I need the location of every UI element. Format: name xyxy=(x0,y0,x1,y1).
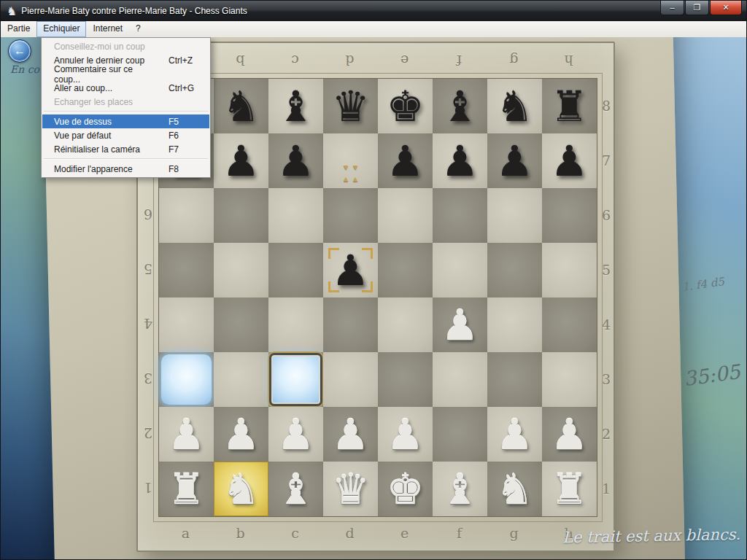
square-c6[interactable] xyxy=(268,188,323,243)
square-f5[interactable] xyxy=(433,243,487,298)
menubar-item-echiquier[interactable]: Echiquier xyxy=(36,21,86,37)
square-h8[interactable]: ♜ xyxy=(542,79,597,133)
white-pawn[interactable]: ♟ xyxy=(487,407,542,462)
square-d1[interactable]: ♛ xyxy=(323,462,378,516)
menu-item-modifier-l-apparence[interactable]: Modifier l'apparenceF8 xyxy=(42,162,209,176)
square-g1[interactable]: ♞ xyxy=(487,462,542,516)
close-button[interactable]: ✕ xyxy=(710,1,742,15)
white-knight[interactable]: ♞ xyxy=(214,462,268,516)
square-e3[interactable] xyxy=(378,352,433,407)
black-pawn[interactable]: ♟ xyxy=(214,133,268,188)
square-c5[interactable] xyxy=(268,243,323,298)
square-f8[interactable]: ♝ xyxy=(433,79,487,133)
square-b6[interactable] xyxy=(214,188,268,243)
square-f7[interactable]: ♟ xyxy=(433,133,487,188)
square-a6[interactable] xyxy=(159,188,214,243)
square-c2[interactable]: ♟ xyxy=(268,407,323,462)
white-pawn[interactable]: ♟ xyxy=(542,407,597,462)
square-c7[interactable]: ♟ xyxy=(268,133,323,188)
square-g3[interactable] xyxy=(487,352,542,407)
square-h7[interactable]: ♟ xyxy=(542,133,597,188)
black-pawn[interactable]: ♟ xyxy=(323,243,378,298)
black-pawn[interactable]: ♟ xyxy=(433,133,487,188)
back-arrow-button[interactable]: ← xyxy=(8,39,31,63)
square-d4[interactable] xyxy=(323,298,378,352)
square-e8[interactable]: ♚ xyxy=(378,79,433,133)
menu-item-commentaire-sur-ce-coup[interactable]: Commentaire sur ce coup... xyxy=(42,67,209,81)
square-g4[interactable] xyxy=(487,298,542,352)
square-b4[interactable] xyxy=(214,298,268,352)
square-a1[interactable]: ♜ xyxy=(159,462,214,516)
white-pawn[interactable]: ♟ xyxy=(214,407,268,462)
square-c8[interactable]: ♝ xyxy=(268,79,323,133)
square-e5[interactable] xyxy=(378,243,433,298)
white-bishop[interactable]: ♝ xyxy=(268,462,323,516)
black-knight[interactable]: ♞ xyxy=(214,79,268,133)
black-knight[interactable]: ♞ xyxy=(487,79,542,133)
black-bishop[interactable]: ♝ xyxy=(268,79,323,133)
square-e2[interactable]: ♟ xyxy=(378,407,433,462)
menu-item-vue-par-defaut[interactable]: Vue par défautF6 xyxy=(42,128,209,142)
square-b3[interactable] xyxy=(214,352,268,407)
black-pawn[interactable]: ♟ xyxy=(378,133,433,188)
square-f4[interactable]: ♟ xyxy=(433,298,487,352)
white-pawn[interactable]: ♟ xyxy=(378,407,433,462)
square-b8[interactable]: ♞ xyxy=(214,79,268,133)
square-c4[interactable] xyxy=(268,298,323,352)
title-bar[interactable]: ♞ Pierre-Marie Baty contre Pierre-Marie … xyxy=(1,1,746,21)
white-rook[interactable]: ♜ xyxy=(542,462,597,516)
square-a4[interactable] xyxy=(159,298,214,352)
square-f2[interactable] xyxy=(433,407,487,462)
square-b7[interactable]: ♟ xyxy=(214,133,268,188)
white-pawn[interactable]: ♟ xyxy=(159,407,214,462)
square-d7[interactable]: ▾▾▴▴ xyxy=(323,133,378,188)
white-king[interactable]: ♚ xyxy=(378,462,433,516)
square-g7[interactable]: ♟ xyxy=(487,133,542,188)
square-h5[interactable] xyxy=(542,243,597,298)
square-d2[interactable]: ♟ xyxy=(323,407,378,462)
white-queen[interactable]: ♛ xyxy=(323,462,378,516)
square-e6[interactable] xyxy=(378,188,433,243)
white-pawn[interactable]: ♟ xyxy=(323,407,378,462)
square-h1[interactable]: ♜ xyxy=(542,462,597,516)
menubar-item-internet[interactable]: Internet xyxy=(86,21,129,37)
square-e4[interactable] xyxy=(378,298,433,352)
square-c3[interactable] xyxy=(268,352,323,407)
white-pawn[interactable]: ♟ xyxy=(268,407,323,462)
square-d3[interactable] xyxy=(323,352,378,407)
square-b1[interactable]: ♞ xyxy=(214,462,268,516)
square-a2[interactable]: ♟ xyxy=(159,407,214,462)
square-b2[interactable]: ♟ xyxy=(214,407,268,462)
square-h2[interactable]: ♟ xyxy=(542,407,597,462)
square-a5[interactable] xyxy=(159,243,214,298)
square-d6[interactable] xyxy=(323,188,378,243)
black-king[interactable]: ♚ xyxy=(378,79,433,133)
white-rook[interactable]: ♜ xyxy=(159,462,214,516)
white-pawn[interactable]: ♟ xyxy=(433,298,487,352)
square-f1[interactable]: ♝ xyxy=(433,462,487,516)
menubar-item-partie[interactable]: Partie xyxy=(1,21,36,37)
square-d8[interactable]: ♛ xyxy=(323,79,378,133)
square-a3[interactable] xyxy=(159,352,214,407)
black-pawn[interactable]: ♟ xyxy=(487,133,542,188)
white-knight[interactable]: ♞ xyxy=(487,462,542,516)
square-e7[interactable]: ♟ xyxy=(378,133,433,188)
black-rook[interactable]: ♜ xyxy=(542,79,597,133)
square-h6[interactable] xyxy=(542,188,597,243)
square-d5[interactable]: ♟ xyxy=(323,243,378,298)
white-bishop[interactable]: ♝ xyxy=(433,462,487,516)
square-g5[interactable] xyxy=(487,243,542,298)
black-bishop[interactable]: ♝ xyxy=(433,79,487,133)
square-g6[interactable] xyxy=(487,188,542,243)
black-pawn[interactable]: ♟ xyxy=(268,133,323,188)
maximize-button[interactable]: ❐ xyxy=(685,1,709,15)
black-queen[interactable]: ♛ xyxy=(323,79,378,133)
menu-item-reinitialiser-la-camera[interactable]: Réinitialiser la caméraF7 xyxy=(42,142,209,156)
square-c1[interactable]: ♝ xyxy=(268,462,323,516)
menu-item-vue-de-dessus[interactable]: Vue de dessusF5 xyxy=(42,114,209,128)
menubar-item-help[interactable]: ? xyxy=(129,21,147,37)
square-h3[interactable] xyxy=(542,352,597,407)
black-pawn[interactable]: ♟ xyxy=(542,133,597,188)
square-f6[interactable] xyxy=(433,188,487,243)
square-g2[interactable]: ♟ xyxy=(487,407,542,462)
